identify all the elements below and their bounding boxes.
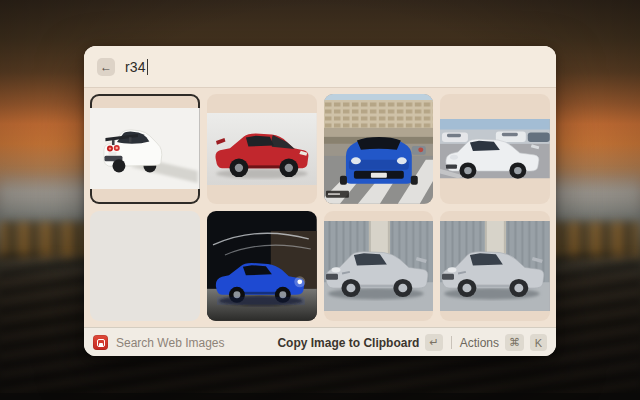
result-image-4[interactable] bbox=[440, 94, 550, 204]
result-image-6[interactable] bbox=[207, 211, 317, 321]
search-input[interactable]: r34 bbox=[125, 59, 148, 75]
search-bar: ← r34 bbox=[84, 46, 556, 88]
back-button[interactable]: ← bbox=[97, 58, 115, 76]
enter-key-icon: ↵ bbox=[425, 334, 442, 351]
footer-divider bbox=[451, 336, 452, 349]
result-image-8[interactable] bbox=[440, 211, 550, 321]
action-bar: Search Web Images Copy Image to Clipboar… bbox=[84, 327, 556, 357]
result-image-1[interactable] bbox=[90, 94, 200, 204]
primary-action-label: Copy Image to Clipboard bbox=[277, 336, 419, 350]
thumbnail-white-r34-rear bbox=[90, 108, 200, 189]
thumbnail-silver-r34-b bbox=[440, 221, 550, 311]
result-image-2[interactable] bbox=[207, 94, 317, 204]
thumbnail-blue-r34-street bbox=[324, 94, 434, 204]
primary-action-button[interactable]: Copy Image to Clipboard ↵ bbox=[277, 334, 442, 351]
image-search-app-icon bbox=[93, 335, 108, 350]
thumbnail-red-r34 bbox=[207, 113, 317, 185]
thumbnail-white-r34-lot bbox=[440, 119, 550, 178]
picture-icon bbox=[97, 339, 105, 347]
text-cursor bbox=[147, 59, 149, 75]
back-arrow-icon: ← bbox=[100, 60, 112, 74]
result-image-7[interactable] bbox=[324, 211, 434, 321]
extension-name: Search Web Images bbox=[116, 336, 225, 350]
result-placeholder-empty[interactable] bbox=[90, 211, 200, 321]
thumbnail-silver-r34-a bbox=[324, 221, 434, 311]
command-key-icon: ⌘ bbox=[505, 334, 524, 351]
k-key-icon: K bbox=[530, 334, 547, 351]
thumbnail-blue-r34-garage bbox=[207, 211, 317, 321]
image-search-window: ← r34 bbox=[84, 46, 556, 356]
result-image-3[interactable] bbox=[324, 94, 434, 204]
search-query-text: r34 bbox=[125, 59, 146, 75]
image-results-grid bbox=[84, 88, 556, 327]
actions-label: Actions bbox=[460, 336, 499, 350]
actions-button[interactable]: Actions ⌘ K bbox=[460, 334, 547, 351]
screen-bottom-strip bbox=[0, 393, 640, 400]
